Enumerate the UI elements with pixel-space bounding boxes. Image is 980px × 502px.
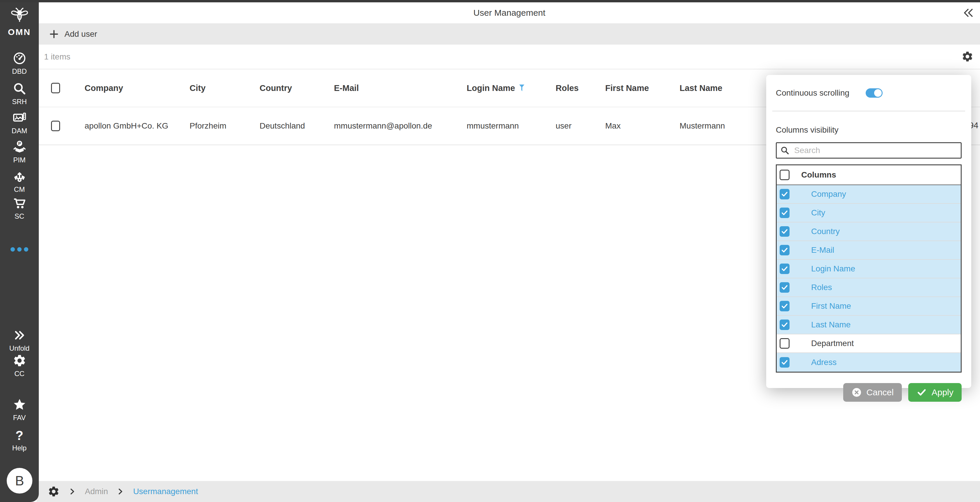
checkbox-checked[interactable] [780, 245, 789, 255]
column-settings-gear-icon[interactable] [961, 51, 974, 63]
breadcrumb-item-admin[interactable]: Admin [85, 487, 108, 496]
cell-city: Pforzheim [189, 121, 259, 130]
items-bar: 1 items [39, 44, 980, 69]
breadcrumb: Admin Usermanagement [37, 481, 980, 502]
cell-company: apollon GmbH+Co. KG [84, 121, 189, 130]
split-arrows-icon [13, 169, 27, 183]
cell-login-name: mmustermann [467, 121, 555, 130]
column-header-login-name-label: Login Name [467, 83, 515, 93]
column-option-email[interactable]: E-Mail [777, 241, 961, 260]
column-header-login-name[interactable]: Login Name [467, 83, 555, 93]
column-option-login-name[interactable]: Login Name [777, 260, 961, 278]
column-option-country[interactable]: Country [777, 222, 961, 241]
sidebar: OMN DBD SRH DAM P [0, 0, 39, 502]
check-icon [916, 387, 927, 398]
plus-icon [49, 29, 59, 39]
sidebar-item-dbd[interactable]: DBD [0, 51, 39, 76]
sidebar-logo-omn[interactable]: OMN [0, 6, 39, 37]
continuous-scrolling-row: Continuous scrolling [776, 75, 962, 111]
columns-search-box [776, 142, 962, 159]
column-option-label: Company [811, 189, 846, 199]
column-option-roles[interactable]: Roles [777, 278, 961, 297]
cancel-label: Cancel [867, 388, 894, 397]
sidebar-item-dam[interactable]: DAM [0, 111, 39, 135]
checkbox-checked[interactable] [780, 226, 789, 237]
cell-first-name: Max [605, 121, 679, 130]
apply-button[interactable]: Apply [908, 383, 962, 402]
sidebar-item-fav[interactable]: FAV [0, 398, 39, 422]
column-option-first-name[interactable]: First Name [777, 297, 961, 316]
add-user-button[interactable]: Add user [49, 29, 97, 39]
cell-email: mmustermann@apollon.de [334, 121, 467, 130]
user-avatar[interactable]: B [7, 468, 32, 494]
chevron-right-icon [68, 488, 76, 495]
column-option-adress[interactable]: Adress [777, 353, 961, 372]
row-checkbox[interactable] [51, 121, 60, 131]
column-settings-popover: Continuous scrolling Columns visibility … [766, 75, 971, 388]
checkbox-checked[interactable] [780, 264, 789, 274]
column-header-city[interactable]: City [189, 83, 259, 93]
column-option-last-name[interactable]: Last Name [777, 316, 961, 334]
row-select-cell [39, 121, 84, 131]
column-option-label: City [811, 208, 825, 218]
sidebar-item-cc[interactable]: CC [0, 354, 39, 378]
checkbox-checked[interactable] [780, 319, 789, 330]
checkbox-checked[interactable] [780, 282, 789, 293]
apply-label: Apply [932, 388, 953, 397]
search-icon [13, 82, 27, 95]
more-dot [17, 247, 22, 252]
checkbox-unchecked[interactable] [780, 338, 789, 349]
question-mark-icon: ? [16, 429, 23, 442]
checkbox-checked[interactable] [780, 208, 789, 218]
column-option-label: Department [811, 339, 854, 348]
sidebar-item-label: PIM [13, 156, 25, 164]
column-header-email[interactable]: E-Mail [334, 83, 467, 93]
svg-text:P: P [18, 141, 21, 146]
column-header-first-name[interactable]: First Name [605, 83, 679, 93]
column-option-company[interactable]: Company [777, 185, 961, 204]
continuous-scrolling-toggle[interactable] [865, 88, 883, 98]
sidebar-item-srh[interactable]: SRH [0, 82, 39, 106]
media-assets-icon [13, 111, 27, 125]
column-option-label: Roles [811, 283, 832, 292]
sidebar-item-pim[interactable]: P PIM [0, 140, 39, 164]
breadcrumb-item-usermanagement[interactable]: Usermanagement [133, 487, 198, 496]
gear-icon [13, 354, 27, 368]
column-option-label: First Name [811, 302, 851, 311]
action-toolbar: Add user [39, 23, 980, 44]
columns-search-input[interactable] [794, 146, 957, 155]
column-option-label: Login Name [811, 264, 855, 273]
columns-visibility-list: Columns Company City Country E-Mail Logi… [776, 164, 962, 373]
cancel-button[interactable]: Cancel [843, 383, 902, 402]
select-all-checkbox[interactable] [51, 83, 60, 93]
sidebar-item-label: SC [14, 212, 24, 221]
column-header-company[interactable]: Company [84, 83, 189, 93]
more-apps-button[interactable] [0, 247, 39, 252]
sidebar-item-unfold[interactable]: Unfold [0, 328, 39, 353]
sidebar-item-label: CM [14, 186, 25, 194]
toggle-all-columns-checkbox[interactable] [780, 170, 789, 180]
column-option-label: E-Mail [811, 245, 834, 255]
column-header-country[interactable]: Country [259, 83, 334, 93]
product-box-icon: P [13, 140, 27, 154]
column-option-city[interactable]: City [777, 204, 961, 222]
sidebar-item-cm[interactable]: CM [0, 169, 39, 194]
popover-divider [772, 111, 965, 111]
checkbox-checked[interactable] [780, 301, 789, 311]
column-option-department[interactable]: Department [777, 334, 961, 353]
columns-list-header: Columns [777, 165, 961, 185]
sidebar-item-help[interactable]: ? Help [0, 429, 39, 452]
column-option-label: Last Name [811, 320, 851, 329]
checkbox-checked[interactable] [780, 189, 789, 199]
filter-funnel-icon[interactable] [518, 84, 526, 92]
columns-visibility-label: Columns visibility [776, 126, 962, 135]
sidebar-logo-label: OMN [8, 27, 31, 37]
column-option-label: Country [811, 227, 840, 236]
collapse-panel-icon[interactable] [961, 6, 975, 20]
admin-gear-icon[interactable] [48, 485, 60, 498]
cell-country: Deutschland [259, 121, 334, 130]
window-top-strip [0, 0, 980, 2]
sidebar-item-sc[interactable]: SC [0, 196, 39, 221]
column-header-roles[interactable]: Roles [555, 83, 605, 93]
checkbox-checked[interactable] [780, 357, 789, 368]
